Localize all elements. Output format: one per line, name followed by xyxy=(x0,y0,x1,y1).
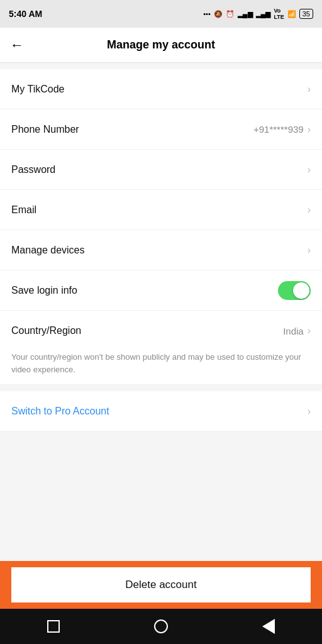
divider-top xyxy=(0,63,322,69)
devices-chevron-icon: › xyxy=(308,245,311,256)
signal-icon: ▂▄▆ xyxy=(238,10,253,18)
menu-item-country[interactable]: Country/Region India › xyxy=(0,311,322,351)
nav-triangle-shape xyxy=(262,619,275,634)
password-chevron-icon: › xyxy=(308,164,311,175)
menu-item-phone[interactable]: Phone Number +91*****939 › xyxy=(0,109,322,150)
country-label: Country/Region xyxy=(11,325,81,336)
nav-bar xyxy=(0,609,322,644)
email-chevron-icon: › xyxy=(308,204,311,216)
delete-account-button[interactable]: Delete account xyxy=(11,567,311,602)
dots-icon: ••• xyxy=(203,10,211,18)
password-label: Password xyxy=(11,164,55,175)
country-right: India › xyxy=(283,325,311,336)
delete-area: Delete account xyxy=(0,561,322,609)
pro-label: Switch to Pro Account xyxy=(11,406,109,417)
menu-item-devices[interactable]: Manage devices › xyxy=(0,230,322,270)
tiktcode-label: My TikCode xyxy=(11,84,64,95)
nav-square-icon xyxy=(47,620,60,633)
bell-icon: 🔕 xyxy=(214,10,223,18)
devices-right: › xyxy=(308,245,311,256)
nav-circle-shape xyxy=(154,619,168,633)
tiktcode-right: › xyxy=(308,84,311,95)
status-bar: 5:40 AM ••• 🔕 ⏰ ▂▄▆ ▂▄▆ VoLTE 📶 35 xyxy=(0,0,322,28)
menu-item-email[interactable]: Email › xyxy=(0,190,322,230)
tiktcode-chevron-icon: › xyxy=(308,84,311,95)
battery-icon: 35 xyxy=(299,9,313,19)
volte-icon: VoLTE xyxy=(274,8,284,20)
status-icons: ••• 🔕 ⏰ ▂▄▆ ▂▄▆ VoLTE 📶 35 xyxy=(203,8,313,20)
menu-item-tiktcode[interactable]: My TikCode › xyxy=(0,69,322,109)
header: ← Manage my account xyxy=(0,28,322,63)
nav-home-icon[interactable] xyxy=(47,620,60,633)
email-right: › xyxy=(308,204,311,216)
nav-back-icon[interactable] xyxy=(262,619,275,634)
save-login-toggle[interactable] xyxy=(278,281,311,300)
content: My TikCode › Phone Number +91*****939 › … xyxy=(0,63,322,431)
alarm-icon: ⏰ xyxy=(226,10,235,18)
toggle-knob xyxy=(293,282,309,299)
menu-item-pro[interactable]: Switch to Pro Account › xyxy=(0,391,322,431)
save-login-label: Save login info xyxy=(11,285,77,296)
country-description: Your country/region won't be shown publi… xyxy=(0,351,322,384)
country-chevron-icon: › xyxy=(308,325,311,336)
signal2-icon: ▂▄▆ xyxy=(256,10,271,18)
devices-label: Manage devices xyxy=(11,245,85,256)
pro-chevron-icon: › xyxy=(308,406,311,417)
phone-value: +91*****939 xyxy=(253,124,304,135)
status-time: 5:40 AM xyxy=(9,9,42,19)
password-right: › xyxy=(308,164,311,175)
nav-circle-icon[interactable] xyxy=(154,619,168,633)
save-login-row: Save login info xyxy=(0,270,322,311)
country-value: India xyxy=(283,326,304,336)
wifi-icon: 📶 xyxy=(287,10,296,18)
country-section: Country/Region India › Your country/regi… xyxy=(0,311,322,385)
page-title: Manage my account xyxy=(107,38,215,52)
menu-item-password[interactable]: Password › xyxy=(0,150,322,190)
phone-chevron-icon: › xyxy=(308,124,311,135)
back-button[interactable]: ← xyxy=(10,37,24,53)
phone-label: Phone Number xyxy=(11,124,79,135)
phone-right: +91*****939 › xyxy=(253,124,311,135)
email-label: Email xyxy=(11,204,36,216)
